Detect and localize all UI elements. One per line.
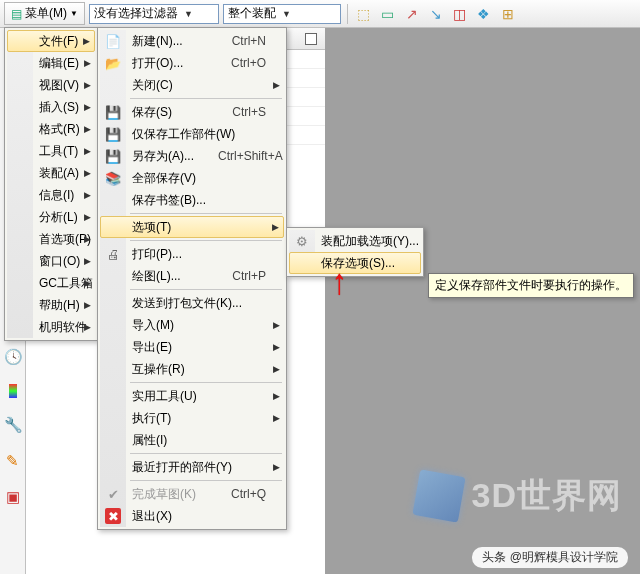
- tool-icon-2[interactable]: ▭: [378, 4, 398, 24]
- menu-separator: [130, 240, 282, 241]
- submenu-arrow-icon: ▶: [84, 168, 91, 178]
- submenu-arrow-icon: ▶: [84, 80, 91, 90]
- menu-item-label: 机明软件: [39, 319, 87, 336]
- options-submenu: ⚙装配加载选项(Y)...保存选项(S)...: [286, 227, 424, 277]
- main-menu-item[interactable]: 工具(T)▶: [7, 140, 95, 162]
- menu-item-label: 实用工具(U): [132, 388, 266, 405]
- main-menu-item[interactable]: 分析(L)▶: [7, 206, 95, 228]
- scope-value: 整个装配: [228, 5, 276, 22]
- save-work-icon: 💾: [105, 126, 121, 142]
- file-menu-item[interactable]: 📂打开(O)...Ctrl+O: [100, 52, 284, 74]
- submenu-arrow-icon: ▶: [84, 146, 91, 156]
- menu-button[interactable]: ▤ 菜单(M) ▼: [4, 2, 85, 25]
- viewport[interactable]: 3D世界网 头条 @明辉模具设计学院: [326, 28, 640, 574]
- file-menu-item[interactable]: 💾仅保存工作部件(W): [100, 123, 284, 145]
- submenu-arrow-icon: ▶: [83, 36, 90, 46]
- shortcut-label: Ctrl+N: [232, 34, 266, 48]
- palette-icon[interactable]: [9, 384, 17, 398]
- submenu-arrow-icon: ▶: [84, 102, 91, 112]
- file-menu-item[interactable]: 保存书签(B)...: [100, 189, 284, 211]
- options-menu-item[interactable]: 保存选项(S)...: [289, 252, 421, 274]
- file-menu-item[interactable]: ✖退出(X): [100, 505, 284, 527]
- open-icon: 📂: [105, 55, 121, 71]
- menu-item-label: 打开(O)...: [132, 55, 207, 72]
- menu-item-label: 发送到打包文件(K)...: [132, 295, 266, 312]
- file-menu-item[interactable]: 绘图(L)...Ctrl+P: [100, 265, 284, 287]
- menu-item-label: 窗口(O): [39, 253, 80, 270]
- filter-combo[interactable]: 没有选择过滤器 ▼: [89, 4, 219, 24]
- scope-combo[interactable]: 整个装配 ▼: [223, 4, 341, 24]
- main-menu-item[interactable]: 窗口(O)▶: [7, 250, 95, 272]
- file-menu-item[interactable]: 发送到打包文件(K)...: [100, 292, 284, 314]
- menu-item-label: 绘图(L)...: [132, 268, 208, 285]
- main-menu-item[interactable]: 首选项(P)▶: [7, 228, 95, 250]
- file-menu-item[interactable]: 💾保存(S)Ctrl+S: [100, 101, 284, 123]
- menu-item-label: 仅保存工作部件(W): [132, 126, 266, 143]
- watermark: 3D世界网: [416, 473, 622, 519]
- menu-item-label: 装配加载选项(Y)...: [321, 233, 419, 250]
- header-checkbox[interactable]: [305, 33, 317, 45]
- file-menu-item[interactable]: 💾另存为(A)...Ctrl+Shift+A: [100, 145, 284, 167]
- main-menu-item[interactable]: 文件(F)▶: [7, 30, 95, 52]
- menu-item-label: 完成草图(K): [132, 486, 207, 503]
- file-menu-item[interactable]: 导出(E)▶: [100, 336, 284, 358]
- menu-item-label: 新建(N)...: [132, 33, 208, 50]
- tool-icon-3[interactable]: ↗: [402, 4, 422, 24]
- submenu-arrow-icon: ▶: [273, 413, 280, 423]
- submenu-arrow-icon: ▶: [84, 212, 91, 222]
- submenu-arrow-icon: ▶: [84, 278, 91, 288]
- shortcut-label: Ctrl+P: [232, 269, 266, 283]
- tool-icon-1[interactable]: ⬚: [354, 4, 374, 24]
- main-menu-item[interactable]: 插入(S)▶: [7, 96, 95, 118]
- menu-separator: [130, 480, 282, 481]
- menu-separator: [130, 382, 282, 383]
- saveall-icon: 📚: [105, 170, 121, 186]
- tool-icon-4[interactable]: ↘: [426, 4, 446, 24]
- chevron-down-icon: ▼: [184, 9, 193, 19]
- menu-item-label: 视图(V): [39, 77, 79, 94]
- tool-icon-7[interactable]: ⊞: [498, 4, 518, 24]
- submenu-arrow-icon: ▶: [273, 80, 280, 90]
- submenu-arrow-icon: ▶: [84, 190, 91, 200]
- main-menu-item[interactable]: 编辑(E)▶: [7, 52, 95, 74]
- tool-blue-icon[interactable]: 🔧: [4, 416, 22, 434]
- tool-icon-6[interactable]: ❖: [474, 4, 494, 24]
- tool-orange-icon[interactable]: ✎: [4, 452, 22, 470]
- annotation-arrow: ↑: [332, 262, 347, 303]
- file-menu-item[interactable]: 选项(T)▶: [100, 216, 284, 238]
- file-menu-item: ✔完成草图(K)Ctrl+Q: [100, 483, 284, 505]
- main-menu-item[interactable]: 机明软件▶: [7, 316, 95, 338]
- file-menu-item[interactable]: 导入(M)▶: [100, 314, 284, 336]
- menu-item-label: 退出(X): [132, 508, 266, 525]
- file-menu-item[interactable]: 属性(I): [100, 429, 284, 451]
- main-menu-item[interactable]: 视图(V)▶: [7, 74, 95, 96]
- menu-separator: [130, 98, 282, 99]
- options-menu-item[interactable]: ⚙装配加载选项(Y)...: [289, 230, 421, 252]
- submenu-arrow-icon: ▶: [84, 322, 91, 332]
- file-menu-item[interactable]: 关闭(C)▶: [100, 74, 284, 96]
- menu-item-label: 执行(T): [132, 410, 266, 427]
- file-menu-item[interactable]: 📚全部保存(V): [100, 167, 284, 189]
- menu-item-label: 文件(F): [39, 33, 78, 50]
- main-menu-item[interactable]: GC工具箱▶: [7, 272, 95, 294]
- exit-icon: ✖: [105, 508, 121, 524]
- menu-item-label: 选项(T): [132, 219, 265, 236]
- main-menu-item[interactable]: 装配(A)▶: [7, 162, 95, 184]
- file-menu-item[interactable]: 📄新建(N)...Ctrl+N: [100, 30, 284, 52]
- tool-icon-5[interactable]: ◫: [450, 4, 470, 24]
- clock-icon[interactable]: 🕓: [4, 348, 22, 366]
- main-menu-item[interactable]: 信息(I)▶: [7, 184, 95, 206]
- main-menu-item[interactable]: 格式(R)▶: [7, 118, 95, 140]
- file-menu-item[interactable]: 最近打开的部件(Y)▶: [100, 456, 284, 478]
- main-menu-item[interactable]: 帮助(H)▶: [7, 294, 95, 316]
- file-menu-item[interactable]: 🖨打印(P)...: [100, 243, 284, 265]
- file-menu-item[interactable]: 执行(T)▶: [100, 407, 284, 429]
- screen-icon[interactable]: ▣: [4, 488, 22, 506]
- file-menu-item[interactable]: 互操作(R)▶: [100, 358, 284, 380]
- chevron-down-icon: ▼: [70, 9, 78, 18]
- file-menu-item[interactable]: 实用工具(U)▶: [100, 385, 284, 407]
- print-icon: 🖨: [105, 246, 121, 262]
- file-submenu: 📄新建(N)...Ctrl+N📂打开(O)...Ctrl+O关闭(C)▶💾保存(…: [97, 27, 287, 530]
- menu-item-label: 最近打开的部件(Y): [132, 459, 266, 476]
- menu-item-label: 装配(A): [39, 165, 79, 182]
